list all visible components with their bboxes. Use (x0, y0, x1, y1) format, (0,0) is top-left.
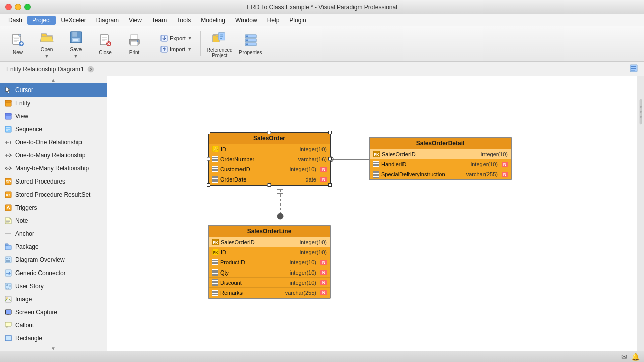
sidebar-item-callout[interactable]: Callout (0, 319, 107, 332)
table-row[interactable]: PK ID integer(10) (209, 247, 330, 257)
table-row[interactable]: Qty integer(10) N (209, 267, 330, 278)
menu-uexceler[interactable]: UeXceler (56, 16, 91, 25)
entity-icon (4, 99, 12, 107)
import-button[interactable]: Import ▼ (156, 44, 196, 54)
menu-window[interactable]: Window (230, 16, 262, 25)
sidebar-label-screen-capture: Screen Capture (15, 309, 57, 316)
fk-icon: FK (373, 151, 380, 158)
sidebar-item-many-to-many[interactable]: Many-to-Many Relationship (0, 162, 107, 175)
sidebar-item-screen-capture[interactable]: Screen Capture (0, 306, 107, 319)
table-row[interactable]: Remarks varchar(255) N (209, 288, 330, 298)
sidebar-item-package[interactable]: Package (0, 240, 107, 253)
close-button[interactable]: Close (92, 29, 119, 59)
generic-connector-icon (4, 269, 12, 277)
svg-point-22 (137, 40, 139, 42)
sidebar-item-note[interactable]: Note (0, 214, 107, 227)
table-row[interactable]: Discount integer(10) N (209, 278, 330, 288)
handle-br[interactable] (328, 183, 332, 187)
save-icon (68, 29, 84, 45)
table-row[interactable]: SpecialDeliveryInstruction varchar(255) … (370, 169, 511, 179)
svg-rect-37 (246, 44, 248, 45)
sidebar-item-user-story[interactable]: User Story (0, 280, 107, 293)
sidebar-scroll-up[interactable]: ▲ (0, 76, 107, 83)
menu-diagram[interactable]: Diagram (91, 16, 124, 25)
menu-help[interactable]: Help (262, 16, 285, 25)
menu-dash[interactable]: Dash (3, 16, 27, 25)
diagram-overview-icon (4, 256, 12, 264)
ref-project-button[interactable]: Referenced Project (205, 29, 235, 59)
sidebar-label-one-to-one: One-to-One Relationship (15, 139, 82, 146)
handle-tr[interactable] (328, 131, 332, 134)
svg-text:PK: PK (213, 251, 218, 254)
table-row[interactable]: FK SalesOrderID integer(10) (370, 149, 511, 159)
menu-tools[interactable]: Tools (172, 16, 196, 25)
properties-button[interactable]: Properties (237, 29, 264, 59)
menu-modeling[interactable]: Modeling (196, 16, 230, 25)
minimize-window-button[interactable] (15, 4, 21, 10)
import-label: Import (170, 46, 185, 52)
sidebar-item-stored-proc[interactable]: SP Stored Procedures (0, 175, 107, 188)
table-row[interactable]: CustomerID integer(10) N (209, 164, 330, 174)
handle-mr[interactable] (328, 157, 332, 160)
open-button[interactable]: Open ▼ (33, 29, 60, 59)
entity-sales-order[interactable]: SalesOrder 🔑 ID integer(10) OrderNumber (208, 132, 331, 186)
entity-sales-order-detail-header: SalesOrderDetail (370, 138, 511, 149)
sidebar-item-image[interactable]: Image (0, 293, 107, 306)
svg-rect-36 (246, 40, 248, 41)
print-button[interactable]: Print (121, 29, 148, 59)
menu-project[interactable]: Project (27, 16, 56, 25)
table-row[interactable]: ProductID integer(10) N (209, 257, 330, 267)
svg-rect-82 (6, 310, 11, 314)
export-button[interactable]: Export ▼ (156, 33, 196, 43)
table-row[interactable]: OrderNumber varchar(16) (209, 154, 330, 164)
sidebar-item-sequence[interactable]: Sequence (0, 123, 107, 136)
handle-bl[interactable] (207, 183, 210, 187)
svg-point-92 (277, 213, 283, 219)
handle-tm[interactable] (268, 131, 271, 134)
sidebar-label-many-to-many: Many-to-Many Relationship (15, 165, 89, 172)
entity-sales-order-line[interactable]: SalesOrderLine FK SalesOrderID integer(1… (208, 225, 331, 299)
print-icon (126, 32, 142, 48)
field-name: CustomerID (220, 166, 288, 172)
entity-sales-order-header: SalesOrder (209, 133, 330, 144)
handle-tl[interactable] (207, 131, 210, 134)
sidebar-item-generic-connector[interactable]: Generic Connector (0, 266, 107, 280)
handle-ml[interactable] (207, 157, 210, 160)
sidebar-item-stored-proc-result[interactable]: RS Stored Procedure ResultSet (0, 188, 107, 201)
toolbar: New Open ▼ Save ▼ (0, 26, 644, 62)
entity-sales-order-detail[interactable]: SalesOrderDetail FK SalesOrderID integer… (369, 137, 512, 180)
sidebar-label-triggers: Triggers (15, 204, 37, 211)
field-row-icon (212, 259, 218, 265)
table-row[interactable]: 🔑 ID integer(10) (209, 144, 330, 154)
screen-capture-icon (4, 308, 12, 316)
menu-plugin[interactable]: Plugin (284, 16, 311, 25)
menu-view[interactable]: View (124, 16, 147, 25)
sidebar-item-rectangle[interactable]: Rectangle (0, 332, 107, 345)
sidebar-item-one-to-one[interactable]: One-to-One Relationship (0, 136, 107, 149)
sidebar-label-anchor: Anchor (15, 230, 34, 237)
sidebar-item-view[interactable]: View (0, 110, 107, 123)
handle-bm[interactable] (268, 183, 271, 187)
save-button[interactable]: Save ▼ (62, 29, 90, 59)
maximize-window-button[interactable] (24, 4, 31, 10)
close-window-button[interactable] (5, 4, 12, 10)
sidebar-item-triggers[interactable]: Triggers (0, 201, 107, 214)
status-mail-icon[interactable]: ✉ (621, 353, 627, 361)
sidebar-item-one-to-many[interactable]: One-to-Many Relationship (0, 149, 107, 162)
new-button[interactable]: New (4, 29, 31, 59)
table-row[interactable]: HandlerID integer(10) N (370, 159, 511, 169)
sidebar-item-cursor[interactable]: Cursor (0, 83, 107, 97)
sidebar-item-anchor[interactable]: Anchor (0, 227, 107, 240)
canvas[interactable]: SalesOrder 🔑 ID integer(10) OrderNumber (107, 76, 644, 362)
menu-team[interactable]: Team (147, 16, 172, 25)
field-name: Remarks (220, 290, 283, 296)
field-name: HandlerID (381, 161, 469, 167)
null-badge: N (320, 270, 327, 275)
status-notification-icon[interactable]: 🔔 (631, 353, 640, 361)
sidebar-item-entity[interactable]: Entity (0, 97, 107, 110)
sidebar-item-diagram-overview[interactable]: Diagram Overview (0, 253, 107, 266)
canvas-right-handle (637, 76, 644, 362)
table-row[interactable]: FK SalesOrderID integer(10) (209, 237, 330, 247)
breadcrumb-item-1[interactable]: Entity Relationship Diagram1 (6, 66, 84, 73)
triggers-icon (4, 204, 12, 212)
